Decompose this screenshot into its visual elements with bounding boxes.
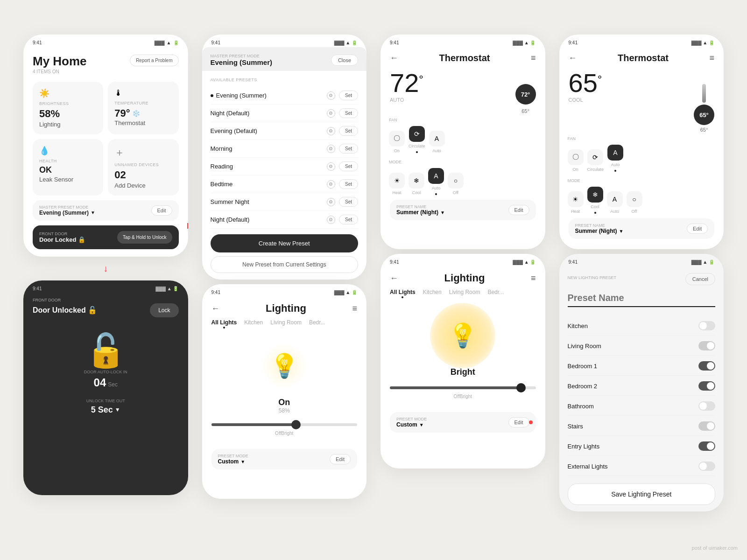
preset-item-4[interactable]: Reading ⚙ Set bbox=[211, 158, 359, 175]
preset-item-7[interactable]: Night (Default) ⚙ Set bbox=[211, 211, 359, 229]
set-btn-2[interactable]: Set bbox=[339, 126, 358, 136]
plus-icon: ＋ bbox=[114, 146, 172, 160]
door-bar: FRONT DOOR Door Locked 🔒 Tap & Hold to U… bbox=[33, 225, 179, 249]
unnamed-value: 02 bbox=[114, 169, 172, 181]
back-btn-7[interactable]: ← bbox=[390, 273, 398, 283]
health-value: OK bbox=[39, 165, 97, 175]
fan-auto-btn-2[interactable]: A Auto bbox=[607, 145, 623, 172]
card-leak[interactable]: 💧 HEALTH OK Leak Sensor bbox=[33, 139, 103, 196]
close-btn[interactable]: Close bbox=[331, 55, 358, 66]
presets-title: AVAILABLE PRESETS bbox=[211, 77, 359, 82]
tab-bedroom-2[interactable]: Bedr... bbox=[487, 289, 504, 298]
tab-bedroom-1[interactable]: Bedr... bbox=[309, 319, 325, 329]
card-add-device[interactable]: ＋ UNNAMED DEVICES 02 Add Device bbox=[108, 139, 178, 196]
tap-unlock-btn[interactable]: Tap & Hold to Unlock bbox=[117, 231, 172, 244]
gear-icon-5[interactable]: ⚙ bbox=[327, 180, 335, 189]
phone-myhome: 9:41 ▓▓▓▲🔋 My Home 4 ITEMS ON Report a P… bbox=[23, 35, 188, 257]
tab-all-lights-2[interactable]: All Lights bbox=[390, 289, 416, 298]
set-btn-4[interactable]: Set bbox=[339, 161, 358, 171]
toggle-bedroom1[interactable] bbox=[698, 361, 715, 371]
preset-item-6[interactable]: Summer Night ⚙ Set bbox=[211, 193, 359, 211]
thermometer-icon: 🌡 bbox=[114, 88, 172, 98]
back-btn-6[interactable]: ← bbox=[211, 304, 220, 314]
set-btn-3[interactable]: Set bbox=[339, 144, 358, 154]
fan-circulate-btn-2[interactable]: ⟳ Circulate bbox=[587, 149, 604, 172]
fan-auto-btn-1[interactable]: A Auto bbox=[429, 131, 445, 153]
gear-icon-6[interactable]: ⚙ bbox=[327, 198, 335, 206]
preset-name-field[interactable] bbox=[568, 293, 716, 303]
back-btn-4[interactable]: ← bbox=[569, 53, 577, 63]
menu-icon-6[interactable]: ≡ bbox=[352, 304, 357, 314]
menu-icon-3[interactable]: ≡ bbox=[531, 53, 536, 63]
preset-edit-btn[interactable]: Edit bbox=[151, 205, 172, 216]
light-slider-2[interactable] bbox=[390, 386, 536, 389]
preset-edit-btn-6[interactable]: Edit bbox=[330, 454, 351, 464]
save-lighting-preset-btn[interactable]: Save Lighting Preset bbox=[568, 483, 716, 505]
back-btn-3[interactable]: ← bbox=[390, 53, 398, 63]
report-btn[interactable]: Report a Problem bbox=[130, 55, 178, 66]
set-btn-5[interactable]: Set bbox=[339, 179, 358, 189]
tab-living-room-1[interactable]: Living Room bbox=[270, 319, 302, 329]
preset-item-2[interactable]: Evening (Default) ⚙ Set bbox=[211, 122, 359, 140]
set-btn-7[interactable]: Set bbox=[339, 215, 358, 224]
toggle-externallights[interactable] bbox=[698, 462, 715, 471]
tab-kitchen-2[interactable]: Kitchen bbox=[423, 289, 442, 298]
gear-icon-0[interactable]: ⚙ bbox=[327, 91, 335, 100]
toggle-bathroom[interactable] bbox=[698, 401, 715, 411]
preset-mode-label-6: PRESET MODE bbox=[218, 454, 248, 458]
set-btn-1[interactable]: Set bbox=[339, 108, 358, 118]
menu-icon-7[interactable]: ≡ bbox=[531, 273, 536, 283]
preset-item-5[interactable]: Bedtime ⚙ Set bbox=[211, 175, 359, 193]
arrow-indicator-right bbox=[187, 223, 188, 229]
thermostat-edit-btn-1[interactable]: Edit bbox=[508, 205, 529, 215]
card-lighting[interactable]: ☀️ BRIGHTNESS 58% Lighting bbox=[33, 82, 103, 134]
fan-on-btn-1[interactable]: 〇 On bbox=[389, 131, 405, 153]
toggle-bedroom2[interactable] bbox=[698, 381, 715, 391]
gear-icon-2[interactable]: ⚙ bbox=[327, 127, 335, 135]
cancel-preset-btn[interactable]: Cancel bbox=[685, 273, 715, 285]
toggle-stairs[interactable] bbox=[698, 421, 715, 431]
set-btn-6[interactable]: Set bbox=[339, 197, 358, 207]
card-thermostat[interactable]: 🌡 TEMPERATURE 79° ❄️ Thermostat bbox=[108, 82, 178, 134]
tab-kitchen-1[interactable]: Kitchen bbox=[244, 319, 263, 329]
fan-on-btn-2[interactable]: 〇 On bbox=[568, 149, 584, 172]
mode-heat-btn-1[interactable]: ☀ Heat bbox=[389, 173, 405, 195]
mode-off-btn-1[interactable]: ○ Off bbox=[448, 173, 464, 195]
side-temp-2: 65° bbox=[700, 127, 708, 133]
menu-icon-4[interactable]: ≡ bbox=[709, 53, 714, 63]
tab-living-room-2[interactable]: Living Room bbox=[449, 289, 480, 298]
gear-icon-3[interactable]: ⚙ bbox=[327, 145, 335, 153]
fan-circulate-btn-1[interactable]: ⟳ Circulate bbox=[409, 126, 425, 153]
mode-off-btn-2[interactable]: ○ Off bbox=[627, 191, 642, 214]
preset-name-value-1: Summer (Night) ▼ bbox=[396, 209, 445, 216]
preset-name-value-2: Summer (Night) ▼ bbox=[575, 228, 624, 234]
gear-icon-1[interactable]: ⚙ bbox=[327, 109, 335, 118]
preset-item-3[interactable]: Morning ⚙ Set bbox=[211, 140, 359, 158]
mode-auto-btn-1[interactable]: A Auto bbox=[428, 168, 444, 195]
dial-circle-2[interactable]: 65° bbox=[694, 105, 714, 125]
dial-circle-1[interactable]: 72° bbox=[515, 84, 536, 105]
preset-edit-btn-7[interactable]: Edit bbox=[508, 417, 529, 427]
mode-auto-btn-2[interactable]: A Auto bbox=[607, 191, 623, 214]
gear-icon-7[interactable]: ⚙ bbox=[327, 216, 335, 224]
temp-mode-1: AUTO bbox=[390, 97, 423, 103]
mode-cool-btn-2[interactable]: ❄ Cool bbox=[587, 187, 603, 214]
gear-icon-4[interactable]: ⚙ bbox=[327, 162, 335, 171]
toggle-livingroom[interactable] bbox=[698, 341, 715, 350]
create-preset-btn[interactable]: Create New Preset bbox=[211, 234, 359, 252]
set-btn-0[interactable]: Set bbox=[339, 91, 358, 100]
thermostat-edit-btn-2[interactable]: Edit bbox=[687, 224, 708, 234]
tabs-row-6: All Lights Kitchen Living Room Bedr... bbox=[202, 315, 367, 329]
mode-heat-btn-2[interactable]: ☀ Heat bbox=[568, 191, 584, 214]
light-slider-1[interactable] bbox=[211, 423, 358, 426]
preset-item-1[interactable]: Night (Default) ⚙ Set bbox=[211, 105, 359, 122]
mode-cool-btn-1[interactable]: ❄ Cool bbox=[409, 173, 424, 195]
new-from-settings-btn[interactable]: New Preset from Current Settings bbox=[211, 256, 359, 273]
toggle-entrylights[interactable] bbox=[698, 441, 715, 451]
tab-all-lights-1[interactable]: All Lights bbox=[211, 319, 237, 329]
toggle-kitchen[interactable] bbox=[698, 321, 715, 330]
thermostat-controls-2: FAN 〇 On ⟳ Circulate A Auto bbox=[559, 136, 724, 214]
preset-item-0[interactable]: Evening (Summer) ⚙ Set bbox=[211, 87, 359, 105]
time-6: 9:41 bbox=[211, 290, 220, 295]
lock-btn[interactable]: Lock bbox=[150, 303, 178, 317]
